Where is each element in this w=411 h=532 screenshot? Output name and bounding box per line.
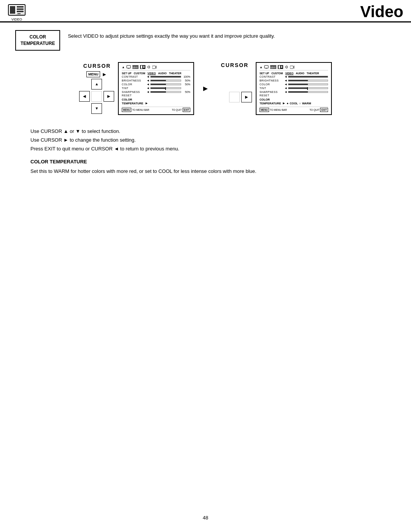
speaker-icon xyxy=(147,65,151,69)
bar-contrast-1: ◄ 100% xyxy=(147,75,190,78)
cursor-area-1: CURSOR MENU ► ▲ ◀ ▶ ▼ xyxy=(79,63,115,115)
svg-marker-16 xyxy=(148,66,149,69)
row-color-2: COLOR ◄ xyxy=(260,83,328,86)
instruction-2: Use CURSOR ► to change the function sett… xyxy=(30,136,396,144)
menu-tabs-2: SET UP CUSTOM VIDEO AUDIO THEATER xyxy=(260,72,328,75)
tab-theater-1: THEATER xyxy=(169,72,182,75)
diagrams-container: CURSOR MENU ► ▲ ◀ ▶ ▼ xyxy=(15,62,396,115)
cursor-left-1[interactable]: ◀ xyxy=(79,91,90,102)
camera-icon xyxy=(152,65,157,69)
video-icon xyxy=(8,4,26,18)
svg-rect-29 xyxy=(290,66,293,69)
row-reset-1: RESET xyxy=(122,94,190,97)
svg-rect-20 xyxy=(266,68,267,69)
menu-up-arrow-2: ▲ xyxy=(260,66,263,69)
tab-theater-2: THEATER xyxy=(307,72,319,75)
color-temp-heading: COLOR TEMPERATURE xyxy=(30,157,396,166)
tab-audio-1: AUDIO xyxy=(158,72,167,75)
menu-btn-1: MENU xyxy=(122,108,131,112)
tab-custom-2: CUSTOM xyxy=(271,72,283,75)
row-brightness-2: BRIGHTNESS ◄ xyxy=(260,79,328,82)
arrow-right-1: ► xyxy=(102,71,107,77)
svg-rect-15 xyxy=(143,67,145,68)
svg-rect-7 xyxy=(127,66,131,68)
instruction-1: Use CURSOR ▲ or ▼ to select function. xyxy=(30,127,396,136)
svg-text:AV: AV xyxy=(273,66,276,69)
row-reset-2: RESET xyxy=(260,94,328,97)
cursor-label-1: CURSOR xyxy=(83,63,111,69)
svg-marker-30 xyxy=(293,66,295,68)
row-sharpness-2: SHARPNESS ◄ xyxy=(260,90,328,94)
empty-cell xyxy=(79,79,90,89)
cursor-area-2: CURSOR ▶ xyxy=(217,62,253,115)
menu-bottom-2: MENU TO MENU BAR TO QUIT EXIT xyxy=(260,107,328,112)
ldav-icon: LD AV xyxy=(132,65,139,69)
menu-screen-1: ▲ LD AV xyxy=(118,62,194,115)
svg-text:LD: LD xyxy=(133,66,135,69)
empty-cell xyxy=(104,103,114,114)
camera-icon-2 xyxy=(290,65,295,69)
color-temp-menu-1: COLOR TEMPERATURE ► xyxy=(122,98,190,105)
cursor-center-1 xyxy=(91,91,102,102)
temp-label-1: TEMPERATURE ► xyxy=(122,101,190,105)
menu-tabs-1: SET UP CUSTOM VIDEO AUDIO THEATER xyxy=(122,72,190,75)
temp-label-2: TEMPERATURE ► ● COOL ○ WARM xyxy=(260,101,328,105)
menu-btn-2: MENU xyxy=(260,108,269,112)
svg-text:LD: LD xyxy=(271,66,273,69)
speaker-icon-2 xyxy=(285,65,288,69)
svg-rect-4 xyxy=(17,11,24,12)
svg-marker-28 xyxy=(285,66,287,69)
between-arrow: ► xyxy=(202,84,209,93)
svg-marker-18 xyxy=(156,66,157,68)
header-icon-label: VIDEO xyxy=(11,18,22,21)
menu-screen-2-header: ▲ LD AV xyxy=(260,65,328,70)
menu-screen-2: ▲ LD AV xyxy=(256,62,332,115)
svg-rect-14 xyxy=(143,66,145,67)
row-tint-1: TINT ◄ xyxy=(122,86,190,90)
svg-rect-13 xyxy=(141,66,142,69)
video-menu-icon xyxy=(140,65,145,69)
color-temp-description: Select VIDEO to adjust picture settings … xyxy=(68,30,396,39)
svg-text:AV: AV xyxy=(135,66,138,69)
menu-up-arrow: ▲ xyxy=(122,66,125,69)
label-contrast-1: CONTRAST xyxy=(122,75,147,78)
cursor-label-2: CURSOR xyxy=(221,62,249,68)
svg-rect-1 xyxy=(10,6,15,14)
tab-setup-2: SET UP xyxy=(260,72,269,75)
color-temp-body: Set this to WARM for hotter colors with … xyxy=(30,168,396,175)
svg-rect-19 xyxy=(264,66,268,68)
menu-screen-1-header: ▲ LD AV xyxy=(122,65,190,70)
row-contrast-2: CONTRAST ◄ xyxy=(260,75,328,78)
color-temperature-header: COLOR TEMPERATURE Select VIDEO to adjust… xyxy=(15,30,396,51)
header-icon-area: VIDEO xyxy=(8,4,26,21)
instruction-3: Press EXIT to quit menu or CURSOR ◄ to r… xyxy=(30,144,396,153)
row-color-1: COLOR ◄ 50% xyxy=(122,83,190,86)
monitor-icon-2 xyxy=(264,65,269,69)
menu-button-1[interactable]: MENU xyxy=(86,71,100,77)
svg-rect-6 xyxy=(18,13,21,14)
ldav-icon-2: LD AV xyxy=(270,65,276,69)
svg-rect-27 xyxy=(281,67,282,68)
cursor-up-1[interactable]: ▲ xyxy=(91,79,102,89)
main-content: COLOR TEMPERATURE Select VIDEO to adjust… xyxy=(0,22,411,190)
tab-audio-2: AUDIO xyxy=(296,72,304,75)
cursor-right-1[interactable]: ▶ xyxy=(104,91,114,102)
tab-video-2: VIDEO xyxy=(285,72,293,75)
page-header: VIDEO Video xyxy=(0,0,411,22)
svg-rect-8 xyxy=(128,68,129,69)
cursor-right-2[interactable]: ▶ xyxy=(241,92,252,102)
svg-rect-26 xyxy=(281,66,282,67)
color-temp-label-box: COLOR TEMPERATURE xyxy=(15,30,60,51)
tab-setup-1: SET UP xyxy=(122,72,131,75)
row-contrast-1: CONTRAST ◄ 100% xyxy=(122,75,190,78)
cursor-down-1[interactable]: ▼ xyxy=(91,103,102,114)
diagram2-group: CURSOR ▶ ▲ xyxy=(217,62,332,115)
color-label-1: COLOR xyxy=(122,98,190,101)
cursor-arrows-2: ▶ xyxy=(217,80,253,115)
tab-custom-1: CUSTOM xyxy=(134,72,145,75)
row-sharpness-1: SHARPNESS ◄ 50% xyxy=(122,90,190,94)
exit-btn-1: EXIT xyxy=(183,108,190,112)
svg-rect-3 xyxy=(17,8,24,10)
tab-video-1: VIDEO xyxy=(148,72,156,75)
instructions-section: Use CURSOR ▲ or ▼ to select function. Us… xyxy=(30,127,396,175)
